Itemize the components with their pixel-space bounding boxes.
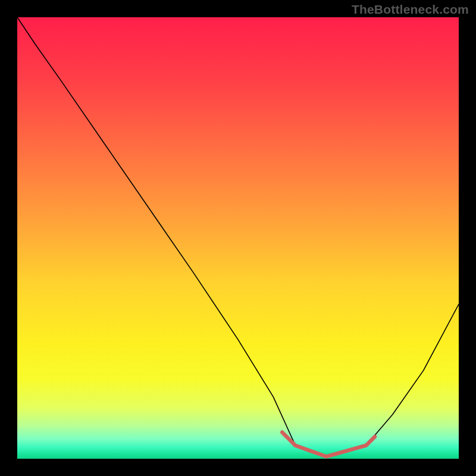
svg-rect-0 [17,17,459,459]
watermark-text: TheBottleneck.com [352,2,469,17]
plot-area [17,17,459,459]
chart-frame: TheBottleneck.com [0,0,476,476]
background-gradient [17,17,459,459]
